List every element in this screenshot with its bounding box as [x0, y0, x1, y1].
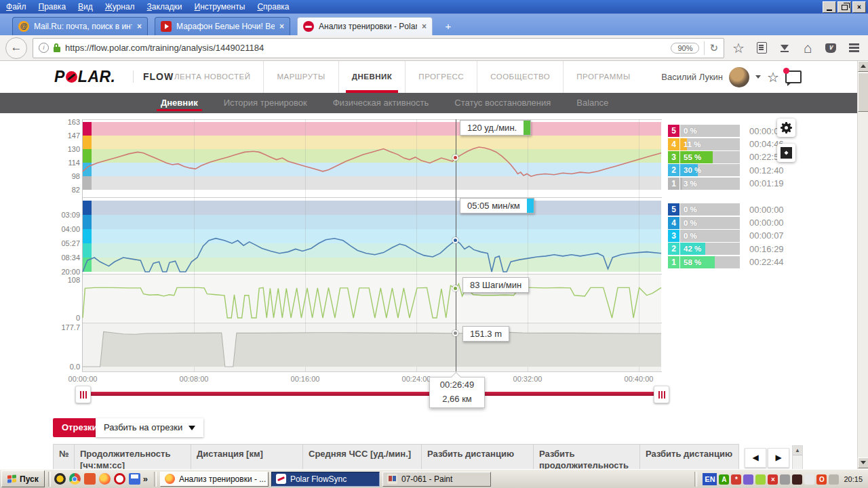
- subnav-Balance[interactable]: Balance: [576, 93, 608, 113]
- info-icon[interactable]: i: [39, 43, 49, 53]
- task-button[interactable]: Polar FlowSync: [271, 472, 380, 487]
- polar-nav-МАРШРУТЫ[interactable]: МАРШРУТЫ: [264, 61, 338, 93]
- cadence-chart[interactable]: [83, 280, 661, 318]
- notification-dot: [783, 68, 789, 74]
- range-slider-track[interactable]: [83, 392, 661, 396]
- table-column-header[interactable]: Разбить дистанцию: [640, 444, 739, 469]
- feedback-chat-icon[interactable]: [785, 70, 802, 83]
- url-bar[interactable]: i https://flow.polar.com/training/analys…: [33, 38, 724, 58]
- hamburger-menu-icon[interactable]: [845, 42, 863, 54]
- scroll-up-button[interactable]: [858, 61, 868, 72]
- browser-tab[interactable]: Марафон Белые Ночи! Весь ...×: [155, 17, 290, 35]
- tray-disc-icon[interactable]: [792, 474, 802, 485]
- table-column-header[interactable]: Средняя ЧСС [уд./мин.]: [303, 444, 422, 469]
- tray-update-icon[interactable]: *: [731, 474, 741, 485]
- back-button[interactable]: ←: [5, 37, 27, 59]
- slider-handle-right[interactable]: [654, 386, 669, 403]
- subnav-Статус восстановления[interactable]: Статус восстановления: [454, 93, 551, 113]
- pocket-icon[interactable]: ∨: [822, 43, 840, 53]
- save-icon[interactable]: [129, 473, 140, 485]
- close-button[interactable]: ×: [852, 1, 866, 13]
- browser-scrollbar[interactable]: [857, 61, 868, 469]
- firefox-icon[interactable]: [99, 473, 111, 485]
- subnav-Физическая активность[interactable]: Физическая активность: [333, 93, 429, 113]
- table-column-header[interactable]: Разбить продолжительность: [534, 444, 640, 469]
- subnav-История тренировок[interactable]: История тренировок: [224, 93, 307, 113]
- tray-volume-icon[interactable]: [829, 474, 839, 485]
- pace-chart[interactable]: [83, 201, 661, 272]
- menu-Журнал[interactable]: Журнал: [99, 2, 141, 12]
- download-icon[interactable]: [776, 43, 793, 53]
- table-column-header[interactable]: №: [53, 444, 75, 469]
- browser-tab[interactable]: Анализ тренировки - Polar F...×: [297, 17, 433, 35]
- prev-page-button[interactable]: ◀: [745, 448, 766, 468]
- restore-button[interactable]: [837, 1, 851, 13]
- url-text[interactable]: https://flow.polar.com/training/analysis…: [65, 43, 666, 53]
- daemon-icon[interactable]: [54, 473, 66, 485]
- agent-icon[interactable]: [84, 473, 96, 485]
- tab-close-icon[interactable]: ×: [422, 22, 427, 31]
- task-button[interactable]: 07-061 - Paint: [382, 472, 491, 487]
- tray-camera-icon[interactable]: [780, 474, 790, 485]
- library-icon[interactable]: [753, 42, 770, 54]
- reload-icon[interactable]: ↻: [709, 42, 718, 54]
- favorite-star-icon[interactable]: ☆: [767, 69, 779, 85]
- split-segments-dropdown[interactable]: Разбить на отрезки: [96, 418, 203, 437]
- fullscreen-button[interactable]: [777, 144, 795, 162]
- table-scrollbar[interactable]: ▲: [792, 445, 803, 469]
- polar-logo[interactable]: PLAR.: [54, 68, 116, 86]
- tray-lime-icon[interactable]: [755, 474, 766, 485]
- menu-Правка[interactable]: Правка: [33, 2, 73, 12]
- scroll-up-icon[interactable]: ▲: [793, 446, 802, 455]
- zone-bar: 42 %: [680, 243, 740, 255]
- hr-chart[interactable]: [83, 122, 661, 190]
- tab-close-icon[interactable]: ×: [137, 22, 142, 31]
- polar-nav-ПРОГРАММЫ[interactable]: ПРОГРАММЫ: [564, 61, 643, 93]
- subnav-Дневник[interactable]: Дневник: [161, 93, 198, 113]
- table-column-header[interactable]: Дистанция [км]: [191, 444, 303, 469]
- home-icon[interactable]: ⌂: [799, 40, 816, 56]
- avatar[interactable]: [729, 67, 749, 87]
- polar-nav-ДНЕВНИК[interactable]: ДНЕВНИК: [339, 61, 406, 93]
- tray-antivirus-icon[interactable]: A: [719, 474, 729, 485]
- minimize-button[interactable]: [823, 1, 836, 13]
- menu-Вид[interactable]: Вид: [72, 2, 99, 12]
- tab-close-icon[interactable]: ×: [279, 22, 284, 31]
- chevron-down-icon[interactable]: [755, 75, 761, 79]
- table-column-header[interactable]: Разбить дистанцию: [422, 444, 534, 469]
- chrome-icon[interactable]: [69, 473, 81, 485]
- scrollbar-thumb[interactable]: [858, 73, 868, 112]
- pace-tooltip: 05:05 мин/км: [460, 198, 534, 214]
- menu-Файл[interactable]: Файл: [0, 2, 33, 12]
- user-name[interactable]: Василий Лукин: [661, 72, 723, 82]
- zoom-level-badge[interactable]: 90%: [671, 43, 699, 54]
- language-indicator[interactable]: EN: [703, 473, 717, 485]
- overflow-chevron-icon[interactable]: »: [143, 474, 148, 484]
- menu-Инструменты[interactable]: Инструменты: [189, 2, 252, 12]
- tray-alert-icon[interactable]: ×: [768, 474, 778, 485]
- polar-nav-СООБЩЕСТВО[interactable]: СООБЩЕСТВО: [477, 61, 564, 93]
- scroll-down-button[interactable]: [858, 458, 868, 468]
- menu-Справка[interactable]: Справка: [251, 2, 295, 12]
- polar-nav-ЛЕНТА НОВОСТЕЙ[interactable]: ЛЕНТА НОВОСТЕЙ: [161, 61, 264, 93]
- browser-tab[interactable]: @Mail.Ru: почта, поиск в инт...×: [12, 17, 148, 35]
- polar-nav-ПРОГРЕСС[interactable]: ПРОГРЕСС: [406, 61, 477, 93]
- bookmark-star-icon[interactable]: ☆: [730, 40, 747, 56]
- polar-header: PLAR. FLOW ЛЕНТА НОВОСТЕЙМАРШРУТЫДНЕВНИК…: [0, 61, 857, 93]
- new-tab-button[interactable]: +: [439, 19, 457, 34]
- next-page-button[interactable]: ▶: [768, 448, 789, 468]
- opera-icon[interactable]: [114, 473, 125, 485]
- zone-bar: 3 %: [680, 178, 740, 190]
- start-button[interactable]: Пуск: [1, 470, 45, 487]
- altitude-chart[interactable]: [83, 327, 661, 367]
- tray-mail-icon[interactable]: [804, 474, 814, 485]
- zone-row: 50 %00:00:00: [668, 203, 784, 216]
- browser-menubar: ФайлПравкаВидЖурналЗакладкиИнструментыСп…: [0, 0, 868, 14]
- task-button[interactable]: Анализ тренировки - ...: [160, 472, 269, 487]
- menu-Закладки[interactable]: Закладки: [141, 2, 189, 12]
- slider-handle-left[interactable]: [75, 386, 91, 403]
- tray-messenger-icon[interactable]: [743, 474, 753, 485]
- table-column-header[interactable]: Продолжительность [чч:мм:сс]: [75, 444, 191, 469]
- settings-button[interactable]: [777, 119, 795, 137]
- tray-opera-icon[interactable]: O: [816, 474, 827, 485]
